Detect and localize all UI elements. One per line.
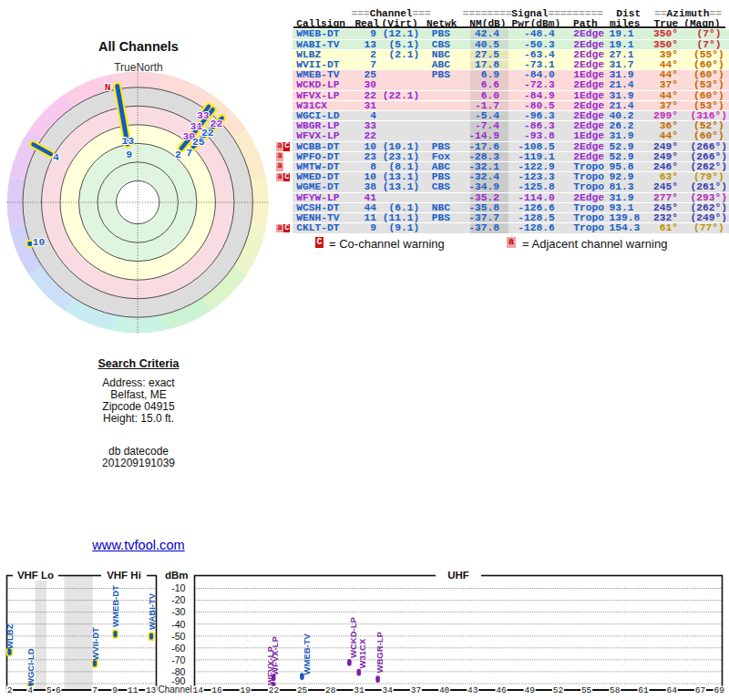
svg-text:25: 25 [297, 685, 308, 695]
svg-text:WVII-DT: WVII-DT [90, 627, 100, 661]
svg-text:52: 52 [553, 685, 564, 695]
svg-text:67: 67 [695, 685, 705, 695]
svg-text:4: 4 [27, 685, 33, 695]
svg-text:WMEB-DT: WMEB-DT [110, 585, 120, 627]
svg-text:22: 22 [269, 685, 280, 695]
svg-text:13: 13 [146, 685, 157, 695]
svg-text:WGCI-LD: WGCI-LD [26, 648, 36, 686]
svg-text:43: 43 [467, 685, 478, 695]
svg-text:9: 9 [126, 149, 132, 160]
svg-text:19: 19 [240, 685, 251, 695]
svg-text:W31CX: W31CX [357, 638, 367, 668]
svg-text:37: 37 [411, 685, 421, 695]
svg-text:40: 40 [439, 685, 450, 695]
svg-text:WFVX-LP: WFVX-LP [270, 636, 280, 675]
svg-text:58: 58 [610, 685, 621, 695]
svg-text:33: 33 [197, 109, 210, 121]
svg-text:2: 2 [7, 685, 13, 695]
svg-text:49: 49 [524, 685, 535, 695]
svg-text:34: 34 [382, 685, 393, 695]
svg-text:31: 31 [354, 685, 364, 695]
svg-text:WCKD-LP: WCKD-LP [348, 616, 358, 658]
svg-text:4: 4 [53, 151, 59, 163]
svg-text:9: 9 [112, 685, 118, 695]
svg-text:46: 46 [496, 685, 507, 695]
svg-text:11: 11 [128, 685, 139, 695]
svg-text:WMEB-TV: WMEB-TV [302, 633, 312, 674]
svg-text:55: 55 [581, 685, 592, 695]
svg-text:WLBZ: WLBZ [5, 623, 15, 649]
svg-text:16: 16 [211, 685, 222, 695]
svg-text:2: 2 [175, 149, 181, 160]
svg-text:61: 61 [638, 685, 649, 695]
svg-text:25: 25 [192, 136, 205, 148]
svg-text:7: 7 [92, 685, 98, 695]
svg-text:14: 14 [192, 685, 203, 695]
svg-text:7: 7 [186, 147, 192, 159]
svg-text:6: 6 [56, 685, 61, 695]
svg-text:5: 5 [46, 685, 52, 695]
svg-text:10: 10 [33, 236, 46, 248]
svg-text:N: N [105, 81, 111, 93]
svg-text:28: 28 [325, 685, 336, 695]
svg-text:13: 13 [121, 135, 134, 147]
svg-text:64: 64 [666, 685, 677, 695]
svg-text:69: 69 [714, 685, 724, 695]
svg-text:WBGR-LP: WBGR-LP [375, 631, 385, 673]
